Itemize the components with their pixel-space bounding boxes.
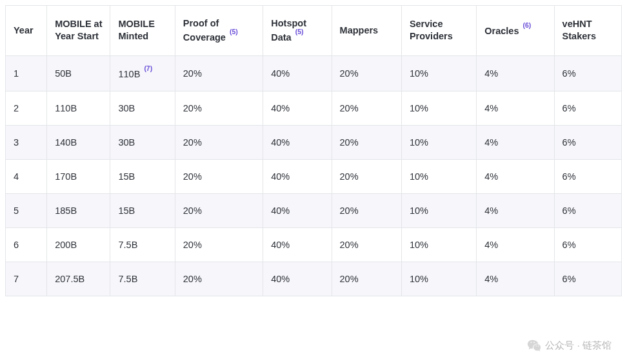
- cell-year: 4: [6, 159, 47, 193]
- cell-providers: 10%: [401, 125, 476, 159]
- cell-vest: 6%: [554, 262, 621, 296]
- col-oracles-label: Oracles: [484, 26, 521, 36]
- cell-poc: 20%: [175, 227, 263, 262]
- footnote-5-link[interactable]: (5): [295, 28, 304, 35]
- cell-minted: 110B (7): [110, 55, 175, 91]
- cell-start: 185B: [47, 193, 110, 227]
- cell-mappers: 20%: [332, 262, 401, 296]
- cell-start: 110B: [47, 91, 110, 125]
- cell-data: 40%: [263, 262, 332, 296]
- footnote-5-link[interactable]: (5): [230, 28, 238, 35]
- cell-mappers: 20%: [332, 91, 401, 125]
- cell-providers: 10%: [401, 91, 476, 125]
- cell-year: 3: [6, 125, 47, 159]
- cell-minted: 7.5B: [110, 262, 175, 296]
- cell-poc: 20%: [175, 262, 263, 296]
- cell-vest: 6%: [554, 159, 621, 193]
- col-start: MOBILE at Year Start: [47, 6, 110, 56]
- cell-vest: 6%: [554, 91, 621, 125]
- cell-poc: 20%: [175, 55, 263, 91]
- cell-mappers: 20%: [332, 227, 401, 262]
- footnote-6-link[interactable]: (6): [522, 22, 531, 29]
- cell-oracles: 4%: [477, 91, 554, 125]
- footnote-7-link[interactable]: (7): [144, 65, 152, 72]
- col-vest: veHNT Stakers: [554, 6, 621, 56]
- table-row: 6200B7.5B20%40%20%10%4%6%: [6, 227, 622, 262]
- cell-data: 40%: [263, 55, 332, 91]
- cell-year: 1: [6, 55, 47, 91]
- cell-data: 40%: [263, 227, 332, 262]
- col-minted: MOBILE Minted: [110, 6, 175, 56]
- cell-oracles: 4%: [477, 55, 554, 91]
- cell-start: 207.5B: [47, 262, 110, 296]
- cell-minted: 15B: [110, 159, 175, 193]
- cell-minted: 30B: [110, 125, 175, 159]
- cell-providers: 10%: [401, 262, 476, 296]
- emissions-table: Year MOBILE at Year Start MOBILE Minted …: [5, 5, 622, 296]
- cell-minted: 30B: [110, 91, 175, 125]
- cell-year: 2: [6, 91, 47, 125]
- cell-data: 40%: [263, 125, 332, 159]
- cell-oracles: 4%: [477, 227, 554, 262]
- col-oracles: Oracles (6): [477, 6, 554, 56]
- cell-mappers: 20%: [332, 55, 401, 91]
- cell-mappers: 20%: [332, 125, 401, 159]
- cell-start: 200B: [47, 227, 110, 262]
- table-row: 5185B15B20%40%20%10%4%6%: [6, 193, 622, 227]
- col-year: Year: [6, 6, 47, 56]
- cell-poc: 20%: [175, 125, 263, 159]
- cell-mappers: 20%: [332, 159, 401, 193]
- cell-start: 140B: [47, 125, 110, 159]
- cell-oracles: 4%: [477, 193, 554, 227]
- table-row: 150B110B (7)20%40%20%10%4%6%: [6, 55, 622, 91]
- table-row: 4170B15B20%40%20%10%4%6%: [6, 159, 622, 193]
- col-poc-label: Proof of Coverage: [183, 18, 228, 42]
- cell-year: 7: [6, 262, 47, 296]
- col-poc: Proof of Coverage (5): [175, 6, 263, 56]
- cell-mappers: 20%: [332, 193, 401, 227]
- cell-providers: 10%: [401, 159, 476, 193]
- table-row: 3140B30B20%40%20%10%4%6%: [6, 125, 622, 159]
- cell-vest: 6%: [554, 227, 621, 262]
- cell-start: 50B: [47, 55, 110, 91]
- cell-poc: 20%: [175, 193, 263, 227]
- table-row: 7207.5B7.5B20%40%20%10%4%6%: [6, 262, 622, 296]
- cell-oracles: 4%: [477, 125, 554, 159]
- cell-poc: 20%: [175, 91, 263, 125]
- cell-data: 40%: [263, 159, 332, 193]
- cell-oracles: 4%: [477, 159, 554, 193]
- cell-minted: 15B: [110, 193, 175, 227]
- cell-providers: 10%: [401, 55, 476, 91]
- cell-providers: 10%: [401, 227, 476, 262]
- cell-vest: 6%: [554, 125, 621, 159]
- table-header-row: Year MOBILE at Year Start MOBILE Minted …: [6, 6, 622, 56]
- cell-minted: 7.5B: [110, 227, 175, 262]
- col-providers: Service Providers: [401, 6, 476, 56]
- col-mappers: Mappers: [332, 6, 401, 56]
- cell-year: 5: [6, 193, 47, 227]
- cell-vest: 6%: [554, 193, 621, 227]
- cell-data: 40%: [263, 193, 332, 227]
- cell-data: 40%: [263, 91, 332, 125]
- cell-vest: 6%: [554, 55, 621, 91]
- col-data: Hotspot Data (5): [263, 6, 332, 56]
- cell-year: 6: [6, 227, 47, 262]
- cell-oracles: 4%: [477, 262, 554, 296]
- cell-poc: 20%: [175, 159, 263, 193]
- cell-providers: 10%: [401, 193, 476, 227]
- table-row: 2110B30B20%40%20%10%4%6%: [6, 91, 622, 125]
- cell-start: 170B: [47, 159, 110, 193]
